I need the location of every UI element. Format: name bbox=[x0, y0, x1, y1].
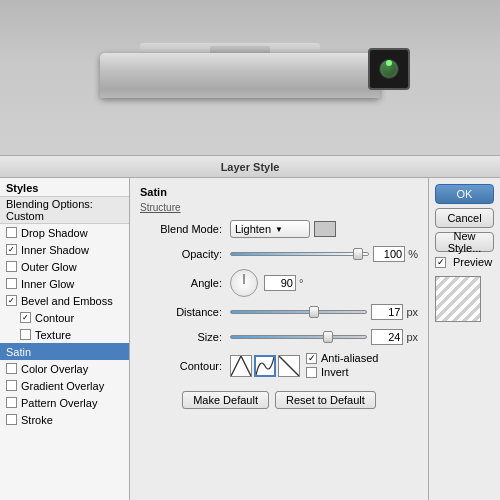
invert-label[interactable]: Invert bbox=[306, 366, 378, 378]
device-body bbox=[100, 53, 380, 98]
reset-to-default-button[interactable]: Reset to Default bbox=[275, 391, 376, 409]
size-slider bbox=[230, 335, 371, 339]
style-item-texture[interactable]: Texture bbox=[0, 326, 129, 343]
size-row: Size: 24 px bbox=[140, 327, 418, 347]
opacity-row: Opacity: 100 % bbox=[140, 244, 418, 264]
anti-aliased-label[interactable]: Anti-aliased bbox=[306, 352, 378, 364]
contour-control: Anti-aliased Invert bbox=[230, 352, 418, 380]
texture-label: Texture bbox=[35, 329, 71, 341]
styles-panel-title: Styles bbox=[0, 178, 129, 197]
contour-thumb-3[interactable] bbox=[278, 355, 300, 377]
distance-value-input[interactable]: 17 bbox=[371, 304, 403, 320]
preview-area bbox=[0, 0, 500, 155]
style-item-bevel-emboss[interactable]: ✓ Bevel and Emboss bbox=[0, 292, 129, 309]
opacity-slider-track[interactable] bbox=[230, 252, 369, 256]
opacity-value-input[interactable]: 100 bbox=[373, 246, 405, 262]
opacity-unit: % bbox=[408, 248, 418, 260]
size-label: Size: bbox=[140, 331, 230, 343]
distance-slider-track[interactable] bbox=[230, 310, 367, 314]
device-lens-inner bbox=[379, 59, 399, 79]
device-lens-dot bbox=[386, 60, 392, 66]
texture-checkbox[interactable] bbox=[20, 329, 31, 340]
satin-section-title: Satin bbox=[140, 186, 418, 198]
dialog-title: Layer Style bbox=[221, 161, 280, 173]
bevel-emboss-label: Bevel and Emboss bbox=[21, 295, 113, 307]
distance-slider-thumb[interactable] bbox=[309, 306, 319, 318]
blend-mode-arrow-icon: ▼ bbox=[275, 225, 283, 234]
invert-checkbox[interactable] bbox=[306, 367, 317, 378]
preview-swatch bbox=[435, 276, 481, 322]
preview-label: Preview bbox=[453, 256, 492, 268]
angle-control: 90 ° bbox=[230, 269, 418, 297]
bevel-emboss-checkbox[interactable]: ✓ bbox=[6, 295, 17, 306]
pattern-overlay-checkbox[interactable] bbox=[6, 397, 17, 408]
style-item-stroke[interactable]: Stroke bbox=[0, 411, 129, 428]
inner-glow-checkbox[interactable] bbox=[6, 278, 17, 289]
make-default-button[interactable]: Make Default bbox=[182, 391, 269, 409]
angle-value-input[interactable]: 90 bbox=[264, 275, 296, 291]
style-item-drop-shadow[interactable]: Drop Shadow bbox=[0, 224, 129, 241]
contour-options: Anti-aliased Invert bbox=[306, 352, 378, 380]
angle-row: Angle: 90 ° bbox=[140, 269, 418, 297]
size-slider-thumb[interactable] bbox=[323, 331, 333, 343]
contour-thumb-1[interactable] bbox=[230, 355, 252, 377]
opacity-label: Opacity: bbox=[140, 248, 230, 260]
opacity-slider bbox=[230, 252, 373, 256]
anti-aliased-checkbox[interactable] bbox=[306, 353, 317, 364]
distance-unit: px bbox=[406, 306, 418, 318]
contour-thumbnails bbox=[230, 355, 300, 377]
layer-style-dialog: Layer Style Styles Blending Options: Cus… bbox=[0, 155, 500, 500]
action-buttons: Make Default Reset to Default bbox=[140, 391, 418, 409]
contour-checkbox[interactable]: ✓ bbox=[20, 312, 31, 323]
style-item-contour[interactable]: ✓ Contour bbox=[0, 309, 129, 326]
inner-shadow-checkbox[interactable]: ✓ bbox=[6, 244, 17, 255]
preview-toggle[interactable]: Preview bbox=[435, 256, 494, 268]
style-item-pattern-overlay[interactable]: Pattern Overlay bbox=[0, 394, 129, 411]
angle-dial[interactable] bbox=[230, 269, 258, 297]
ok-button[interactable]: OK bbox=[435, 184, 494, 204]
pattern-overlay-label: Pattern Overlay bbox=[21, 397, 97, 409]
satin-label: Satin bbox=[6, 346, 31, 358]
size-control: 24 px bbox=[230, 329, 418, 345]
blend-mode-label: Blend Mode: bbox=[140, 223, 230, 235]
gradient-overlay-checkbox[interactable] bbox=[6, 380, 17, 391]
style-item-inner-shadow[interactable]: ✓ Inner Shadow bbox=[0, 241, 129, 258]
opacity-slider-thumb[interactable] bbox=[353, 248, 363, 260]
style-item-inner-glow[interactable]: Inner Glow bbox=[0, 275, 129, 292]
size-unit: px bbox=[406, 331, 418, 343]
opacity-control: 100 % bbox=[230, 246, 418, 262]
gradient-overlay-label: Gradient Overlay bbox=[21, 380, 104, 392]
blend-mode-row: Blend Mode: Lighten ▼ bbox=[140, 219, 418, 239]
stroke-label: Stroke bbox=[21, 414, 53, 426]
cancel-button[interactable]: Cancel bbox=[435, 208, 494, 228]
outer-glow-label: Outer Glow bbox=[21, 261, 77, 273]
satin-panel: Satin Structure Blend Mode: Lighten ▼ Op… bbox=[130, 178, 428, 500]
contour-row-label: Contour: bbox=[140, 360, 230, 372]
style-item-blending-options[interactable]: Blending Options: Custom bbox=[0, 197, 129, 224]
distance-row: Distance: 17 px bbox=[140, 302, 418, 322]
contour-thumb-2[interactable] bbox=[254, 355, 276, 377]
dialog-titlebar: Layer Style bbox=[0, 156, 500, 178]
blend-mode-dropdown[interactable]: Lighten ▼ bbox=[230, 220, 310, 238]
size-slider-track[interactable] bbox=[230, 335, 367, 339]
angle-unit: ° bbox=[299, 277, 303, 289]
satin-subsection-title: Structure bbox=[140, 202, 418, 213]
style-item-satin[interactable]: Satin bbox=[0, 343, 129, 360]
outer-glow-checkbox[interactable] bbox=[6, 261, 17, 272]
inner-glow-label: Inner Glow bbox=[21, 278, 74, 290]
style-item-outer-glow[interactable]: Outer Glow bbox=[0, 258, 129, 275]
blend-mode-color-swatch[interactable] bbox=[314, 221, 336, 237]
inner-shadow-label: Inner Shadow bbox=[21, 244, 89, 256]
drop-shadow-label: Drop Shadow bbox=[21, 227, 88, 239]
angle-label: Angle: bbox=[140, 277, 230, 289]
drop-shadow-checkbox[interactable] bbox=[6, 227, 17, 238]
preview-checkbox[interactable] bbox=[435, 257, 446, 268]
style-item-color-overlay[interactable]: Color Overlay bbox=[0, 360, 129, 377]
size-value-input[interactable]: 24 bbox=[371, 329, 403, 345]
style-item-gradient-overlay[interactable]: Gradient Overlay bbox=[0, 377, 129, 394]
blend-mode-value: Lighten bbox=[235, 223, 271, 235]
distance-control: 17 px bbox=[230, 304, 418, 320]
stroke-checkbox[interactable] bbox=[6, 414, 17, 425]
color-overlay-checkbox[interactable] bbox=[6, 363, 17, 374]
new-style-button[interactable]: New Style... bbox=[435, 232, 494, 252]
